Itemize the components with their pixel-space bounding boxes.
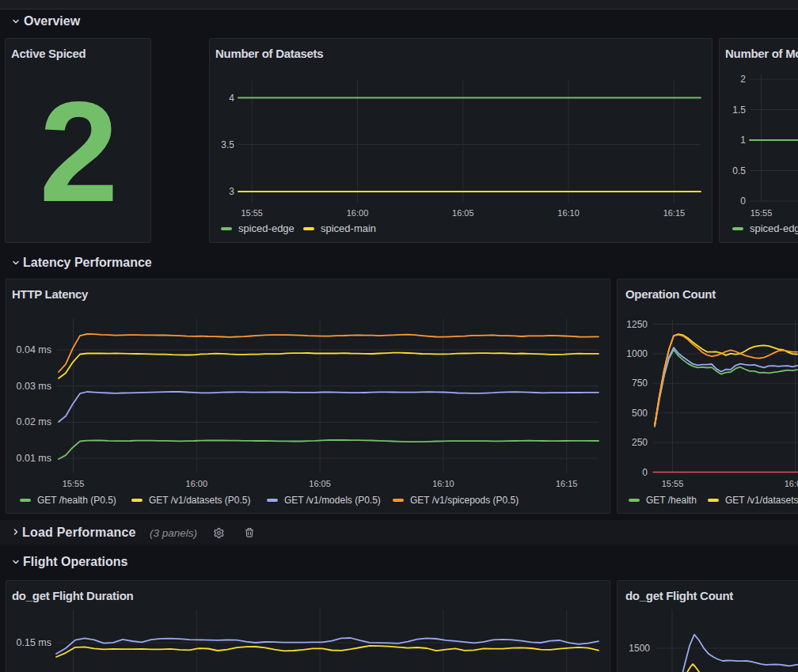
svg-text:0: 0 bbox=[740, 196, 746, 207]
svg-text:0.15 ms: 0.15 ms bbox=[17, 637, 51, 648]
svg-text:0.03 ms: 0.03 ms bbox=[17, 381, 51, 392]
svg-text:250: 250 bbox=[632, 437, 648, 448]
svg-text:0: 0 bbox=[642, 467, 648, 478]
svg-text:16:15: 16:15 bbox=[663, 208, 686, 218]
svg-text:750: 750 bbox=[632, 378, 648, 389]
svg-text:500: 500 bbox=[632, 408, 648, 419]
svg-text:4: 4 bbox=[229, 93, 234, 104]
svg-text:15:55: 15:55 bbox=[241, 208, 263, 218]
svg-text:16:00: 16:00 bbox=[785, 479, 798, 488]
svg-text:0.04 ms: 0.04 ms bbox=[17, 344, 51, 355]
svg-text:1250: 1250 bbox=[626, 319, 648, 330]
svg-text:3: 3 bbox=[229, 186, 234, 197]
svg-text:16:05: 16:05 bbox=[452, 208, 474, 218]
svg-text:0.02 ms: 0.02 ms bbox=[17, 416, 51, 427]
svg-text:0.5: 0.5 bbox=[732, 165, 746, 177]
svg-text:16:10: 16:10 bbox=[557, 208, 580, 218]
svg-text:15:55: 15:55 bbox=[750, 208, 773, 218]
svg-text:16:10: 16:10 bbox=[432, 479, 454, 488]
svg-text:15:55: 15:55 bbox=[662, 479, 684, 488]
svg-text:1: 1 bbox=[740, 135, 746, 146]
svg-text:1.5: 1.5 bbox=[732, 104, 746, 116]
svg-text:0.01 ms: 0.01 ms bbox=[17, 453, 51, 464]
svg-text:2: 2 bbox=[740, 74, 746, 85]
svg-text:16:00: 16:00 bbox=[186, 479, 208, 488]
svg-text:16:00: 16:00 bbox=[347, 208, 369, 218]
svg-text:1500: 1500 bbox=[629, 643, 650, 654]
svg-text:1000: 1000 bbox=[626, 348, 648, 359]
svg-text:3.5: 3.5 bbox=[221, 139, 234, 150]
svg-text:16:05: 16:05 bbox=[309, 479, 331, 488]
svg-text:15:55: 15:55 bbox=[63, 479, 85, 488]
svg-text:16:15: 16:15 bbox=[556, 479, 578, 488]
